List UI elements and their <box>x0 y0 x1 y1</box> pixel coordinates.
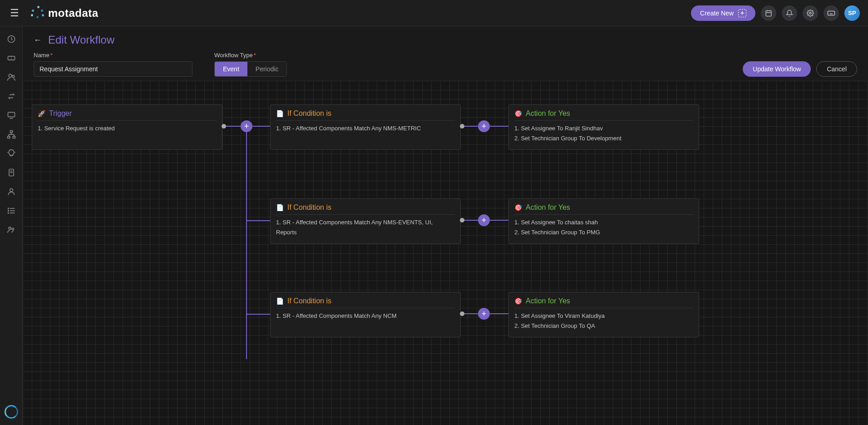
action-node-2[interactable]: 🎯 Action for Yes 1. Set Assignee To chai… <box>508 198 699 244</box>
rocket-icon: 🚀 <box>38 110 45 117</box>
gear-icon[interactable] <box>803 5 818 21</box>
create-new-label: Create New <box>700 10 734 17</box>
workflow-type-label: Workflow Type* <box>214 52 287 59</box>
page-title: Edit Workflow <box>48 34 114 46</box>
list-icon[interactable] <box>6 205 17 216</box>
back-arrow-icon[interactable]: ← <box>34 35 42 45</box>
document-icon: 📄 <box>276 110 284 117</box>
svg-point-35 <box>8 210 9 211</box>
act2-line1: 1. Set Assignee To chaitas shah <box>514 217 693 227</box>
add-branch-button-1[interactable]: + <box>241 120 252 132</box>
workflow-canvas[interactable]: 🚀 Trigger 1. Service Request is created … <box>23 81 868 425</box>
connector-dot <box>460 218 464 222</box>
connector-dot <box>460 124 464 128</box>
create-new-button[interactable]: Create New + <box>691 5 755 21</box>
condition-node-2[interactable]: 📄 If Condition is 1. SR - Affected Compo… <box>270 198 461 244</box>
target-icon: 🎯 <box>514 110 522 117</box>
add-action-button-3[interactable]: + <box>478 308 490 320</box>
action-node-3[interactable]: 🎯 Action for Yes 1. Set Assignee To Vira… <box>508 292 699 337</box>
people-icon[interactable] <box>6 224 17 235</box>
svg-point-4 <box>809 12 811 14</box>
sidebar <box>0 26 23 425</box>
monitor-icon[interactable] <box>6 110 17 121</box>
content: ← Edit Workflow Name* Workflow Type* Eve… <box>23 26 868 425</box>
trigger-title: Trigger <box>49 109 72 118</box>
header-right: Create New + SP <box>691 5 860 21</box>
act1-line1: 1. Set Assignee To Ranjit Sindhav <box>514 124 693 133</box>
condition-node-1[interactable]: 📄 If Condition is 1. SR - Affected Compo… <box>270 104 461 150</box>
connector-line <box>246 132 247 359</box>
svg-rect-5 <box>828 11 835 15</box>
cond3-title: If Condition is <box>287 297 331 305</box>
svg-rect-19 <box>7 136 10 138</box>
name-field: Name* <box>34 52 192 77</box>
document-icon: 📄 <box>276 204 284 211</box>
ticket-icon[interactable] <box>6 53 17 64</box>
svg-rect-0 <box>766 10 771 16</box>
connector-line <box>490 220 508 221</box>
name-label: Name* <box>34 52 192 59</box>
action-node-1[interactable]: 🎯 Action for Yes 1. Set Assignee To Ranj… <box>508 104 699 150</box>
act2-line2: 2. Set Technician Group To PMG <box>514 227 693 237</box>
trigger-node[interactable]: 🚀 Trigger 1. Service Request is created <box>32 104 222 150</box>
connector-line <box>490 126 508 127</box>
cond2-line1: 1. SR - Affected Components Match Any NM… <box>276 217 455 237</box>
document-icon[interactable] <box>6 167 17 178</box>
type-periodic-button[interactable]: Periodic <box>247 62 287 76</box>
cond1-line1: 1. SR - Affected Components Match Any NM… <box>276 124 455 133</box>
name-input[interactable] <box>34 61 192 77</box>
act1-line2: 2. Set Technician Group To Development <box>514 133 693 143</box>
svg-point-14 <box>9 74 12 77</box>
connector-line <box>226 126 241 127</box>
trigger-line1: 1. Service Request is created <box>38 124 217 133</box>
workflow-type-toggle: Event Periodic <box>214 61 287 77</box>
svg-point-15 <box>12 75 14 78</box>
logo-text: motadata <box>48 7 99 20</box>
condition-node-3[interactable]: 📄 If Condition is 1. SR - Affected Compo… <box>270 292 461 337</box>
sitemap-icon[interactable] <box>6 129 17 140</box>
act3-line2: 2. Set Technician Group To QA <box>514 321 693 331</box>
act2-title: Action for Yes <box>526 203 570 212</box>
bell-icon[interactable] <box>782 5 797 21</box>
connector-line <box>252 126 270 127</box>
person-icon[interactable] <box>6 186 17 197</box>
svg-point-36 <box>8 212 9 213</box>
document-icon: 📄 <box>276 297 284 305</box>
connector-line <box>464 220 478 221</box>
svg-rect-18 <box>10 131 12 133</box>
target-icon: 🎯 <box>514 204 522 211</box>
users-icon[interactable] <box>6 72 17 83</box>
connector-line <box>246 220 270 221</box>
calendar-icon[interactable] <box>761 5 776 21</box>
dashboard-icon[interactable] <box>6 34 17 44</box>
workflow-type-field: Workflow Type* Event Periodic <box>214 52 287 77</box>
app-header: ☰ motadata Create New + SP <box>0 0 868 26</box>
cancel-button[interactable]: Cancel <box>816 61 857 77</box>
add-action-button-2[interactable]: + <box>478 214 490 226</box>
connector-line <box>246 314 270 315</box>
spinner-icon[interactable] <box>5 405 18 419</box>
add-action-button-1[interactable]: + <box>478 120 490 132</box>
cond3-line1: 1. SR - Affected Components Match Any NC… <box>276 311 455 321</box>
plus-icon: + <box>738 9 746 17</box>
target-icon: 🎯 <box>514 297 522 305</box>
svg-point-30 <box>10 188 13 192</box>
svg-rect-20 <box>13 136 15 138</box>
type-event-button[interactable]: Event <box>215 62 247 76</box>
user-avatar[interactable]: SP <box>844 5 860 21</box>
act3-title: Action for Yes <box>526 297 570 305</box>
cond1-title: If Condition is <box>287 109 331 118</box>
connector-line <box>464 313 478 314</box>
connector-line <box>464 126 478 127</box>
update-workflow-button[interactable]: Update Workflow <box>743 61 811 77</box>
connector-dot <box>460 311 464 316</box>
svg-point-38 <box>12 228 14 230</box>
menu-icon[interactable]: ☰ <box>8 7 21 19</box>
svg-rect-16 <box>8 112 15 117</box>
keyboard-icon[interactable] <box>824 5 839 21</box>
act3-line1: 1. Set Assignee To Viram Katudiya <box>514 311 693 321</box>
exchange-icon[interactable] <box>6 91 17 102</box>
cond2-title: If Condition is <box>287 203 331 212</box>
logo[interactable]: motadata <box>31 6 99 20</box>
lightbulb-icon[interactable] <box>6 148 17 159</box>
